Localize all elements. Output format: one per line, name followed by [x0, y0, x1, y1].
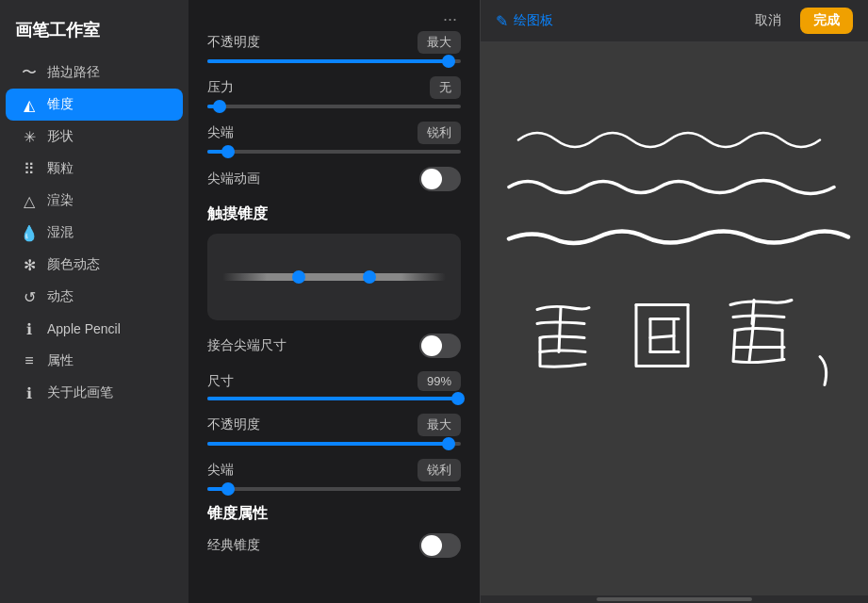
opacity2-badge: 最大 [418, 414, 461, 436]
sidebar-item-stroke-path[interactable]: 〜 描边路径 [6, 57, 183, 89]
sidebar-item-render[interactable]: △ 渲染 [6, 185, 183, 217]
sidebar-label-grain: 颗粒 [47, 160, 74, 177]
sidebar-label-color-dynamics: 颜色动态 [47, 256, 100, 273]
taper-thumb-left[interactable] [292, 270, 305, 284]
canvas-toolbar-right: 取消 完成 [747, 8, 853, 34]
grain-icon: ⠿ [21, 160, 38, 177]
wet-mix-icon: 💧 [21, 224, 38, 241]
sidebar-label-render: 渲染 [47, 192, 74, 209]
sidebar-label-stroke-path: 描边路径 [47, 64, 100, 81]
canvas-toolbar: ✎ 绘图板 取消 完成 [481, 0, 868, 42]
opacity2-row: 不透明度 最大 [207, 414, 461, 436]
sidebar-item-color-dynamics[interactable]: ✻ 颜色动态 [6, 249, 183, 281]
tip2-row: 尖端 锐利 [207, 459, 461, 481]
taper-thumb-right[interactable] [363, 270, 376, 284]
taper-shape [222, 273, 446, 281]
classic-taper-toggle[interactable] [419, 533, 461, 558]
tip-animation-toggle[interactable] [419, 167, 461, 191]
opacity-slider[interactable] [207, 59, 461, 63]
sidebar-item-properties[interactable]: ≡ 属性 [6, 345, 183, 377]
tip-slider[interactable] [207, 150, 461, 154]
sidebar-label-shape: 形状 [47, 128, 74, 145]
pressure-row: 压力 无 [207, 76, 461, 99]
sidebar-item-apple-pencil[interactable]: ℹ Apple Pencil [6, 313, 183, 345]
about-icon: ℹ [21, 384, 38, 401]
pressure-badge: 无 [430, 76, 461, 99]
fit-tip-row: 接合尖端尺寸 [207, 334, 461, 358]
size-badge: 99% [418, 371, 461, 391]
sidebar: 画笔工作室 〜 描边路径 ◭ 锥度 ✳ 形状 ⠿ 颗粒 △ 渲染 💧 湿混 ✻ … [0, 0, 188, 603]
classic-taper-row: 经典锥度 [207, 533, 461, 558]
sidebar-item-shape[interactable]: ✳ 形状 [6, 121, 183, 153]
render-icon: △ [21, 192, 38, 209]
tip2-slider[interactable] [207, 487, 461, 491]
taper-visual [222, 258, 446, 296]
scrollbar-track[interactable] [597, 597, 751, 601]
shape-icon: ✳ [21, 128, 38, 145]
pressure-slider[interactable] [207, 105, 461, 108]
classic-taper-label: 经典锥度 [207, 537, 260, 554]
tip2-label: 尖端 [207, 462, 234, 479]
sidebar-item-dynamics[interactable]: ↺ 动态 [6, 281, 183, 313]
done-button[interactable]: 完成 [800, 8, 853, 34]
opacity2-slider[interactable] [207, 442, 461, 446]
sidebar-item-about[interactable]: ℹ 关于此画笔 [6, 377, 183, 409]
canvas-board-label: ✎ 绘图板 [496, 12, 553, 30]
opacity-badge: 最大 [418, 31, 461, 54]
taper-visual-section [207, 234, 461, 320]
size-slider[interactable] [207, 397, 461, 400]
tip2-badge: 锐利 [418, 459, 461, 481]
classic-taper-knob [421, 535, 442, 556]
tip-animation-row: 尖端动画 [207, 167, 461, 191]
fit-tip-label: 接合尖端尺寸 [207, 337, 287, 354]
dots-button[interactable]: ··· [439, 9, 461, 29]
cancel-button[interactable]: 取消 [747, 8, 789, 33]
properties-icon: ≡ [21, 352, 38, 369]
fit-tip-toggle[interactable] [419, 334, 461, 358]
size-label: 尺寸 [207, 373, 234, 390]
scrollbar-bottom [481, 595, 868, 603]
fit-tip-knob [421, 335, 442, 356]
dots-menu: ··· [207, 9, 461, 29]
canvas-svg [481, 42, 868, 595]
opacity-label: 不透明度 [207, 34, 260, 51]
sidebar-label-about: 关于此画笔 [47, 384, 113, 401]
size-row: 尺寸 99% [207, 371, 461, 391]
main-panel: ··· 不透明度 最大 压力 无 尖端 锐利 尖端动画 [188, 0, 481, 603]
taper-icon: ◭ [21, 96, 38, 113]
sidebar-label-apple-pencil: Apple Pencil [47, 321, 121, 336]
pressure-label: 压力 [207, 79, 234, 96]
sidebar-label-wet-mix: 湿混 [47, 224, 74, 241]
dynamics-icon: ↺ [21, 288, 38, 305]
sidebar-label-taper: 锥度 [47, 96, 74, 113]
tip-animation-label: 尖端动画 [207, 171, 260, 187]
tip-badge: 锐利 [418, 122, 461, 144]
canvas-panel: ✎ 绘图板 取消 完成 [481, 0, 868, 603]
opacity-row: 不透明度 最大 [207, 31, 461, 54]
canvas-area[interactable] [481, 42, 868, 595]
touch-taper-header: 触摸锥度 [207, 204, 461, 224]
tip-animation-knob [421, 169, 442, 189]
taper-props-header: 锥度属性 [207, 504, 461, 524]
board-label-text: 绘图板 [514, 12, 553, 29]
sidebar-item-wet-mix[interactable]: 💧 湿混 [6, 217, 183, 249]
color-dynamics-icon: ✻ [21, 256, 38, 273]
tip-row: 尖端 锐利 [207, 122, 461, 144]
app-title: 画笔工作室 [0, 11, 188, 57]
sidebar-item-taper[interactable]: ◭ 锥度 [6, 89, 183, 121]
sidebar-label-properties: 属性 [47, 352, 74, 369]
stroke-path-icon: 〜 [21, 64, 38, 81]
opacity2-label: 不透明度 [207, 416, 260, 433]
apple-pencil-icon: ℹ [21, 320, 38, 337]
edit-icon: ✎ [496, 12, 508, 30]
sidebar-item-grain[interactable]: ⠿ 颗粒 [6, 153, 183, 185]
tip-label: 尖端 [207, 124, 234, 141]
sidebar-label-dynamics: 动态 [47, 288, 74, 305]
